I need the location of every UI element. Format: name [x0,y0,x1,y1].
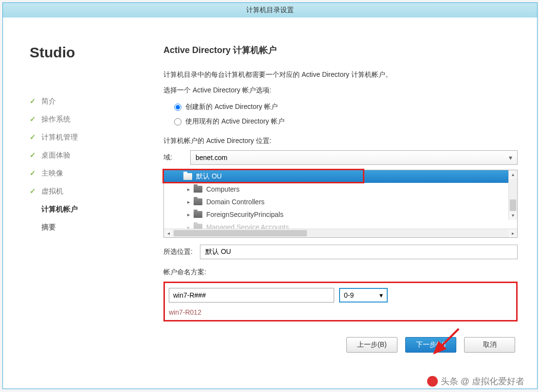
selected-location-field: 默认 OU [200,245,518,259]
chevron-down-icon: ▾ [379,291,383,299]
main-panel: Active Directory 计算机帐户 计算机目录中的每台计算机都需要一个… [149,44,518,381]
tree-item[interactable]: ▸ Managed Service Accounts [164,221,517,229]
radio-use-existing[interactable]: 使用现有的 Active Directory 帐户 [174,114,518,129]
expander-icon[interactable]: ▸ [186,212,192,218]
scroll-up-icon[interactable]: ▴ [509,170,517,179]
radio-create-input[interactable] [174,104,181,111]
folder-icon [194,211,202,218]
folder-icon [194,224,202,229]
annotation-box: 0-9 ▾ win7-R012 [163,282,518,321]
watermark-logo-icon [427,376,438,387]
radio-create-new[interactable]: 创建新的 Active Directory 帐户 [174,100,518,114]
tree-item[interactable]: ▸ ForeignSecurityPrincipals [164,208,517,221]
tree-item[interactable]: ▸ Domain Controllers [164,196,517,208]
naming-scheme-input[interactable] [169,288,334,303]
window-title: 计算机目录设置 [246,6,294,15]
folder-icon [194,198,202,205]
step-vm[interactable]: 虚拟机 [30,182,139,200]
folder-icon [194,186,202,193]
tree-default-ou[interactable]: 默认 OU [164,170,517,183]
domain-label: 域: [163,153,190,162]
scroll-left-icon[interactable]: ◂ [164,229,173,237]
back-button[interactable]: 上一步(B) [346,337,397,353]
cancel-button[interactable]: 取消 [464,337,515,353]
step-desktop[interactable]: 桌面体验 [30,146,139,164]
tree-item[interactable]: ▸ Computers [164,183,517,196]
step-os[interactable]: 操作系统 [30,110,139,128]
next-button[interactable]: 下一步(N) [405,337,456,353]
radio-existing-input[interactable] [174,118,181,125]
domain-dropdown[interactable]: benet.com [190,150,518,165]
scroll-thumb[interactable] [174,230,307,236]
page-desc: 计算机目录中的每台计算机都需要一个对应的 Active Directory 计算… [163,71,518,79]
watermark: 头条 @ 虚拟化爱好者 [427,375,524,387]
expander-icon[interactable]: ▸ [186,224,192,229]
suffix-dropdown[interactable]: 0-9 ▾ [339,288,388,303]
option-prompt: 选择一个 Active Directory 帐户选项: [163,86,518,95]
wizard-steps: 简介 操作系统 计算机管理 桌面体验 主映像 虚拟机 计算机帐户 摘要 [30,92,139,236]
horizontal-scrollbar[interactable]: ◂ ▸ [164,229,517,237]
scroll-right-icon[interactable]: ▸ [508,229,517,237]
expander-icon[interactable]: ▸ [186,199,192,205]
step-account[interactable]: 计算机帐户 [30,200,139,218]
page-title: Active Directory 计算机帐户 [163,44,518,56]
selected-location-label: 所选位置: [163,248,200,256]
step-management[interactable]: 计算机管理 [30,128,139,146]
step-summary[interactable]: 摘要 [30,218,139,236]
brand: Studio [30,44,139,61]
ou-tree[interactable]: 默认 OU ▸ Computers ▸ Domain Controllers [163,170,518,238]
vertical-scrollbar[interactable]: ▴ ▾ [508,170,517,220]
naming-preview: win7-R012 [169,308,512,316]
step-intro[interactable]: 简介 [30,92,139,110]
title-bar: 计算机目录设置 [3,3,537,18]
folder-icon [183,173,192,180]
step-image[interactable]: 主映像 [30,164,139,182]
naming-label: 帐户命名方案: [163,268,518,277]
expander-icon[interactable]: ▸ [186,186,192,193]
sidebar: Studio 简介 操作系统 计算机管理 桌面体验 主映像 虚拟机 计算机帐户 … [22,44,149,381]
location-label: 计算机帐户的 Active Directory 位置: [163,137,518,145]
scroll-down-icon[interactable]: ▾ [509,211,517,220]
